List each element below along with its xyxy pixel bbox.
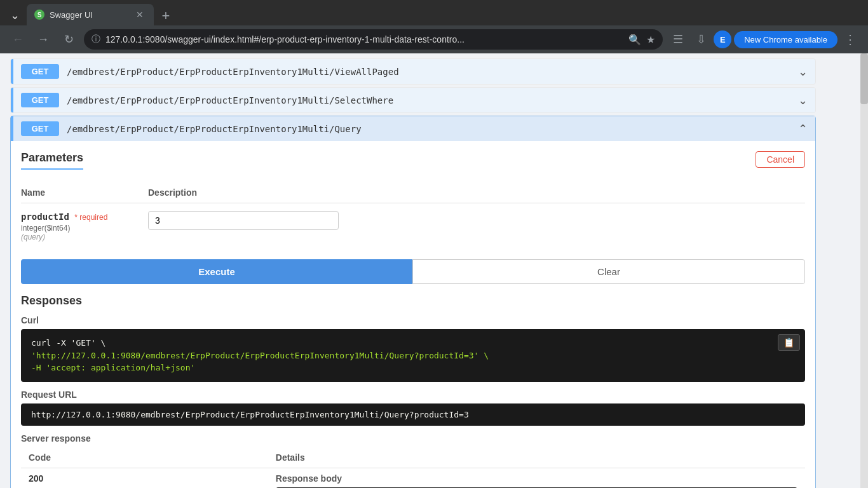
endpoint-row-selectwhere: GET /emdbrest/ErpProduct/ErpProductErpIn… xyxy=(10,87,816,113)
execute-button[interactable]: Execute xyxy=(21,259,412,284)
swagger-content: GET /emdbrest/ErpProduct/ErpProductErpIn… xyxy=(0,58,826,488)
endpoint-header-left-2: GET /emdbrest/ErpProduct/ErpProductErpIn… xyxy=(21,93,393,107)
response-details-cell: Response body [ xyxy=(268,468,805,488)
curl-url-text: 'http://127.0.0.1:9080/emdbrest/ErpProdu… xyxy=(31,351,489,360)
endpoint-header-viewallpaged[interactable]: GET /emdbrest/ErpProduct/ErpProductErpIn… xyxy=(11,59,815,84)
security-icon: ⓘ xyxy=(92,34,100,45)
chrome-menu-button[interactable]: ⋮ xyxy=(840,29,860,50)
request-url-section: Request URL http://127.0.0.1:9080/emdbre… xyxy=(21,390,805,426)
endpoint-header-selectwhere[interactable]: GET /emdbrest/ErpProduct/ErpProductErpIn… xyxy=(11,88,815,112)
tab-title: Swagger UI xyxy=(50,10,128,20)
chevron-down-icon: ⌄ xyxy=(798,65,808,79)
param-value-input[interactable] xyxy=(148,211,339,230)
cancel-button[interactable]: Cancel xyxy=(756,151,805,168)
responses-title: Responses xyxy=(21,294,805,308)
params-name-header: Name xyxy=(21,187,148,198)
curl-header-text: -H 'accept: application/hal+json' xyxy=(31,363,195,372)
code-header: Code xyxy=(21,447,268,468)
parameters-title: Parameters xyxy=(21,151,83,177)
download-button[interactable]: ⇩ xyxy=(691,29,711,50)
curl-section: Curl curl -X 'GET' \ 'http://127.0.0.1:9… xyxy=(21,315,805,382)
endpoint-path-viewallpaged: /emdbrest/ErpProduct/ErpProductErpInvent… xyxy=(67,67,399,77)
endpoint-header-left: GET /emdbrest/ErpProduct/ErpProductErpIn… xyxy=(21,64,399,79)
endpoint-path-query: /emdbrest/ErpProduct/ErpProductErpInvent… xyxy=(67,124,362,134)
endpoint-row-viewallpaged: GET /emdbrest/ErpProduct/ErpProductErpIn… xyxy=(10,58,816,85)
curl-code-block: curl -X 'GET' \ 'http://127.0.0.1:9080/e… xyxy=(21,329,805,382)
clear-button[interactable]: Clear xyxy=(412,259,805,284)
endpoint-expanded-query: GET /emdbrest/ErpProduct/ErpProductErpIn… xyxy=(10,116,816,488)
method-badge-get: GET xyxy=(21,64,59,79)
server-response-section: Server response Code Details xyxy=(21,433,805,489)
forward-button[interactable]: → xyxy=(33,29,53,50)
curl-command-text: curl -X 'GET' \ xyxy=(31,338,105,348)
copy-curl-button[interactable]: 📋 xyxy=(778,334,800,351)
profile-button[interactable]: E xyxy=(714,30,731,48)
endpoint-path-selectwhere: /emdbrest/ErpProduct/ErpProductErpInvent… xyxy=(67,95,393,105)
method-badge-get-3: GET xyxy=(21,121,59,136)
new-tab-button[interactable]: + xyxy=(156,6,175,25)
details-header: Details xyxy=(268,447,805,468)
curl-label: Curl xyxy=(21,315,805,325)
params-description-header: Description xyxy=(148,187,805,198)
table-row: 200 Response body [ xyxy=(21,468,805,488)
param-name-column: productId * required integer($int64) (qu… xyxy=(21,211,148,241)
chrome-update-button[interactable]: New Chrome available xyxy=(734,31,837,48)
active-tab[interactable]: S Swagger UI ✕ xyxy=(27,4,154,25)
params-cancel-row: Parameters Cancel xyxy=(21,151,805,177)
tab-favicon: S xyxy=(34,10,44,20)
param-location-label: (query) xyxy=(21,233,148,241)
reload-button[interactable]: ↻ xyxy=(58,29,79,50)
search-url-icon: 🔍 xyxy=(628,34,641,46)
response-body-label: Response body xyxy=(276,473,797,484)
responses-section: Responses Curl curl -X 'GET' \ 'http://1… xyxy=(21,294,805,488)
param-name-label: productId xyxy=(21,212,69,222)
tab-close-button[interactable]: ✕ xyxy=(133,8,146,21)
endpoint-header-query[interactable]: GET /emdbrest/ErpProduct/ErpProductErpIn… xyxy=(11,116,815,141)
scrollbar-thumb[interactable] xyxy=(860,53,868,104)
param-required-label: * required xyxy=(74,213,107,222)
response-table: Code Details 200 Response body xyxy=(21,447,805,489)
params-header-row: Name Description xyxy=(21,182,805,203)
request-url-code-block: http://127.0.0.1:9080/emdbrest/ErpProduc… xyxy=(21,403,805,426)
extensions-button[interactable]: ☰ xyxy=(668,29,688,50)
response-code-cell: 200 xyxy=(21,468,268,488)
tab-list-button[interactable]: ⌄ xyxy=(5,5,24,25)
address-bar: ← → ↻ ⓘ 127.0.0.1:9080/swagger-ui/index.… xyxy=(0,25,868,53)
url-bar[interactable]: ⓘ 127.0.0.1:9080/swagger-ui/index.html#/… xyxy=(84,29,663,50)
param-input-col xyxy=(148,211,339,230)
server-response-label: Server response xyxy=(21,433,805,444)
tab-bar: ⌄ S Swagger UI ✕ + xyxy=(0,0,868,25)
param-row-productid: productId * required integer($int64) (qu… xyxy=(21,203,805,249)
method-badge-get-2: GET xyxy=(21,93,59,107)
param-type-label: integer($int64) xyxy=(21,224,148,233)
chevron-down-icon-2: ⌄ xyxy=(798,93,808,107)
bookmark-icon[interactable]: ★ xyxy=(646,34,655,46)
chevron-up-icon: ⌃ xyxy=(798,122,808,136)
browser-window: ⌄ S Swagger UI ✕ + ← → ↻ ⓘ 127.0.0.1:908… xyxy=(0,0,868,488)
page-content: GET /emdbrest/ErpProduct/ErpProductErpIn… xyxy=(0,53,868,488)
scrollbar-track xyxy=(860,53,868,488)
url-text: 127.0.0.1:9080/swagger-ui/index.html#/er… xyxy=(105,34,623,44)
back-button[interactable]: ← xyxy=(8,29,28,50)
toolbar-right: ☰ ⇩ E New Chrome available ⋮ xyxy=(668,29,860,50)
request-url-label: Request URL xyxy=(21,390,805,400)
expanded-body: Parameters Cancel Name Description produ… xyxy=(11,141,815,488)
endpoint-header-left-3: GET /emdbrest/ErpProduct/ErpProductErpIn… xyxy=(21,121,362,136)
actions-row: Execute Clear xyxy=(21,259,805,284)
request-url-text: http://127.0.0.1:9080/emdbrest/ErpProduc… xyxy=(31,410,469,419)
